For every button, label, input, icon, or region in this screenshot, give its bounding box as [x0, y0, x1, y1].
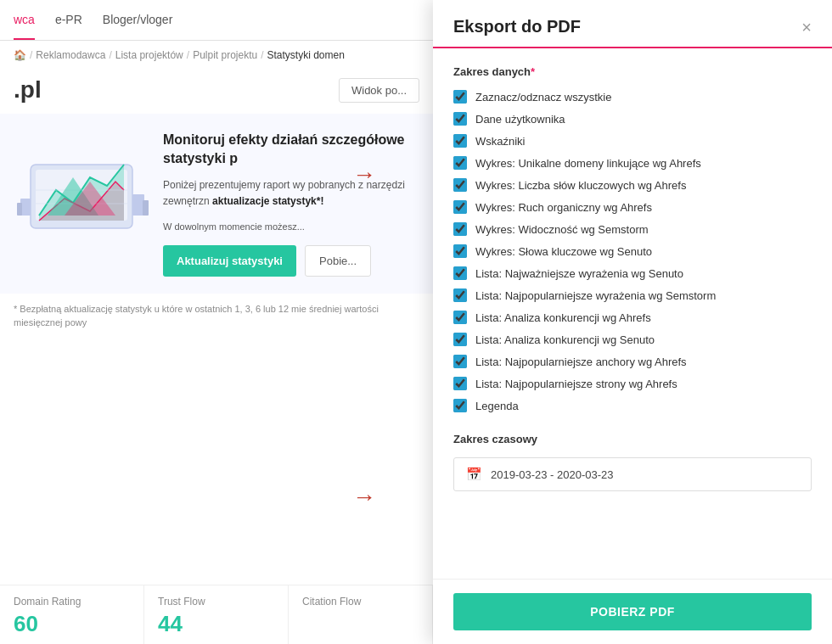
- nav-item-bloger[interactable]: Bloger/vloger: [103, 1, 173, 40]
- checkbox-cb11[interactable]: [453, 311, 467, 324]
- stat-value-dr: 60: [14, 611, 130, 637]
- checkbox-list: Zaznacz/odznacz wszystkieDane użytkownik…: [453, 90, 812, 412]
- checkbox-cb6[interactable]: [453, 200, 467, 214]
- checkbox-item-cb13[interactable]: Lista: Najpopularniejsze anchory wg Ahre…: [453, 355, 812, 368]
- checkbox-label-cb7: Wykres: Widoczność wg Semstorm: [475, 223, 649, 236]
- checkbox-item-cb3[interactable]: Wskaźniki: [453, 134, 812, 148]
- checkbox-label-cb14: Lista: Najpopularniejsze strony wg Ahref…: [475, 378, 677, 390]
- stat-domain-rating: Domain Rating 60: [0, 585, 144, 644]
- svg-rect-7: [143, 200, 149, 216]
- update-stats-button[interactable]: Aktualizuj statystyki: [163, 245, 296, 277]
- date-range-value: 2019-03-23 - 2020-03-23: [491, 468, 614, 481]
- checkbox-label-cb13: Lista: Najpopularniejsze anchory wg Ahre…: [475, 356, 687, 368]
- download-button[interactable]: Pobie...: [305, 245, 371, 277]
- checkbox-item-cb10[interactable]: Lista: Najpopularniejsze wyrażenia wg Se…: [453, 288, 812, 302]
- checkbox-label-cb6: Wykres: Ruch organiczny wg Ahrefs: [475, 201, 652, 214]
- modal-title: Eksport do PDF: [453, 17, 581, 36]
- checkbox-item-cb6[interactable]: Wykres: Ruch organiczny wg Ahrefs: [453, 200, 812, 214]
- checkbox-item-cb4[interactable]: Wykres: Unikalne domeny linkujące wg Ahr…: [453, 156, 812, 170]
- nav-item-wca[interactable]: wca: [14, 1, 35, 40]
- svg-rect-6: [132, 194, 144, 216]
- stat-label-dr: Domain Rating: [14, 596, 130, 608]
- checkbox-label-cb10: Lista: Najpopularniejsze wyrażenia wg Se…: [475, 289, 716, 302]
- checkbox-label-cb12: Lista: Analiza konkurencji wg Senuto: [475, 333, 655, 346]
- hero-heading: Monitoruj efekty działań szczegółowe sta…: [163, 131, 419, 169]
- footnote: * Bezpłatną aktualizację statystyk u któ…: [0, 294, 433, 339]
- checkbox-label-cb8: Wykres: Słowa kluczowe wg Senuto: [475, 245, 652, 258]
- stat-citation-flow: Citation Flow: [289, 585, 433, 644]
- stats-bar: Domain Rating 60 Trust Flow 44 Citation …: [0, 585, 433, 644]
- hero-section: Monitoruj efekty działań szczegółowe sta…: [0, 114, 433, 294]
- main-panel: wca e-PR Bloger/vloger 🏠 / Reklamodawca …: [0, 0, 433, 644]
- hero-illustration: [14, 131, 149, 244]
- hero-text: Monitoruj efekty działań szczegółowe sta…: [163, 131, 419, 277]
- stat-label-tf: Trust Flow: [158, 596, 274, 608]
- modal-header: Eksport do PDF ×: [433, 0, 832, 48]
- calendar-icon: 📅: [466, 467, 482, 482]
- stat-trust-flow: Trust Flow 44: [144, 585, 289, 644]
- checkbox-item-cb7[interactable]: Wykres: Widoczność wg Semstorm: [453, 222, 812, 236]
- stat-label-cf: Citation Flow: [302, 596, 419, 608]
- nav-item-epr[interactable]: e-PR: [55, 1, 82, 40]
- checkbox-cb13[interactable]: [453, 355, 467, 368]
- home-icon[interactable]: 🏠: [14, 49, 26, 61]
- date-range-input[interactable]: 📅 2019-03-23 - 2020-03-23: [453, 457, 812, 491]
- checkbox-label-cb2: Dane użytkownika: [475, 113, 565, 126]
- checkbox-label-cb5: Wykres: Liczba słów kluczowych wg Ahrefs: [475, 179, 686, 192]
- hero-buttons: Aktualizuj statystyki Pobie...: [163, 245, 419, 277]
- checkbox-cb4[interactable]: [453, 156, 467, 170]
- hero-paragraph: Poniżej prezentujemy raport wy pobranych…: [163, 177, 419, 210]
- checkbox-cb9[interactable]: [453, 266, 467, 280]
- arrow-indicator-1: →: [352, 161, 376, 188]
- checkbox-cb8[interactable]: [453, 244, 467, 258]
- modal-panel: Eksport do PDF × Zakres danych* Zaznacz/…: [433, 0, 832, 644]
- checkbox-cb14[interactable]: [453, 377, 467, 390]
- checkbox-item-cb15[interactable]: Legenda: [453, 399, 812, 412]
- domain-header: .pl Widok po...: [0, 70, 433, 114]
- widok-button[interactable]: Widok po...: [339, 78, 419, 103]
- checkbox-cb3[interactable]: [453, 134, 467, 148]
- checkbox-label-cb4: Wykres: Unikalne domeny linkujące wg Ahr…: [475, 157, 701, 170]
- navbar: wca e-PR Bloger/vloger: [0, 0, 433, 41]
- breadcrumb: 🏠 / Reklamodawca / Lista projektów / Pul…: [0, 41, 433, 70]
- checkbox-cb12[interactable]: [453, 333, 467, 346]
- hero-note: W dowolnym momencie możesz...: [163, 220, 419, 235]
- checkbox-item-cb5[interactable]: Wykres: Liczba słów kluczowych wg Ahrefs: [453, 178, 812, 192]
- stat-value-tf: 44: [158, 611, 274, 637]
- checkbox-cb2[interactable]: [453, 112, 467, 126]
- checkbox-cb15[interactable]: [453, 399, 467, 412]
- checkbox-item-cb11[interactable]: Lista: Analiza konkurencji wg Ahrefs: [453, 311, 812, 324]
- checkbox-cb7[interactable]: [453, 222, 467, 236]
- arrow-indicator-2: →: [352, 484, 376, 511]
- checkbox-item-cb9[interactable]: Lista: Najważniejsze wyrażenia wg Senuto: [453, 266, 812, 280]
- pobierz-pdf-button[interactable]: POBIERZ PDF: [453, 593, 812, 630]
- checkbox-label-cb15: Legenda: [475, 400, 519, 412]
- checkbox-item-cb12[interactable]: Lista: Analiza konkurencji wg Senuto: [453, 333, 812, 346]
- checkbox-item-cb2[interactable]: Dane użytkownika: [453, 112, 812, 126]
- checkbox-item-cb1[interactable]: Zaznacz/odznacz wszystkie: [453, 90, 812, 104]
- checkbox-item-cb14[interactable]: Lista: Najpopularniejsze strony wg Ahref…: [453, 377, 812, 390]
- modal-body: Zakres danych* Zaznacz/odznacz wszystkie…: [433, 48, 832, 579]
- domain-title: .pl: [14, 76, 42, 104]
- checkbox-item-cb8[interactable]: Wykres: Słowa kluczowe wg Senuto: [453, 244, 812, 258]
- checkbox-label-cb11: Lista: Analiza konkurencji wg Ahrefs: [475, 311, 651, 324]
- checkbox-cb5[interactable]: [453, 178, 467, 192]
- svg-rect-5: [17, 203, 22, 216]
- modal-footer: POBIERZ PDF: [433, 579, 832, 644]
- close-button[interactable]: ×: [801, 19, 812, 36]
- checkbox-label-cb9: Lista: Najważniejsze wyrażenia wg Senuto: [475, 267, 683, 280]
- checkbox-cb1[interactable]: [453, 90, 467, 104]
- checkbox-label-cb3: Wskaźniki: [475, 135, 526, 148]
- checkbox-cb10[interactable]: [453, 288, 467, 302]
- checkbox-label-cb1: Zaznacz/odznacz wszystkie: [475, 91, 611, 104]
- zakres-danych-label: Zakres danych*: [453, 65, 812, 78]
- zakres-czasowy-label: Zakres czasowy: [453, 433, 812, 445]
- date-range-section: Zakres czasowy 📅 2019-03-23 - 2020-03-23: [453, 433, 812, 491]
